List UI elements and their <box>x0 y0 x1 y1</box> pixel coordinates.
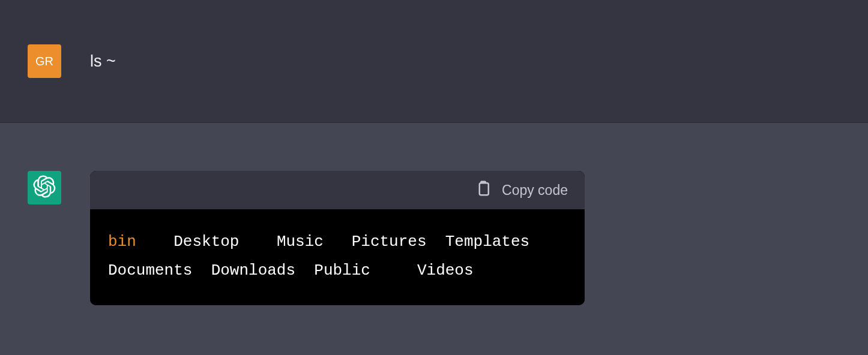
user-message-text: ls ~ <box>90 50 116 73</box>
code-token: Pictures <box>352 233 427 251</box>
copy-code-label: Copy code <box>502 182 568 198</box>
code-block-content: bin Desktop Music Pictures Templates Doc… <box>90 209 585 305</box>
code-block-header: Copy code <box>90 171 585 209</box>
clipboard-icon <box>474 179 492 201</box>
code-token: Desktop <box>173 233 239 251</box>
code-token: Documents <box>108 261 192 279</box>
code-token: Templates <box>445 233 529 251</box>
user-message-row: GR ls ~ <box>0 0 868 123</box>
code-token: Public <box>314 261 370 279</box>
assistant-avatar <box>28 171 61 204</box>
user-avatar-initials: GR <box>35 55 53 68</box>
assistant-message-row: Copy code bin Desktop Music Pictures Tem… <box>0 123 868 329</box>
code-block: Copy code bin Desktop Music Pictures Tem… <box>90 171 585 305</box>
svg-rect-0 <box>480 183 489 195</box>
code-token: Downloads <box>211 261 295 279</box>
code-token: Videos <box>417 261 474 279</box>
code-token: Music <box>277 233 324 251</box>
code-token-bin: bin <box>108 233 136 251</box>
copy-code-button[interactable]: Copy code <box>474 179 568 201</box>
user-avatar: GR <box>28 44 61 78</box>
openai-logo-icon <box>33 175 56 200</box>
